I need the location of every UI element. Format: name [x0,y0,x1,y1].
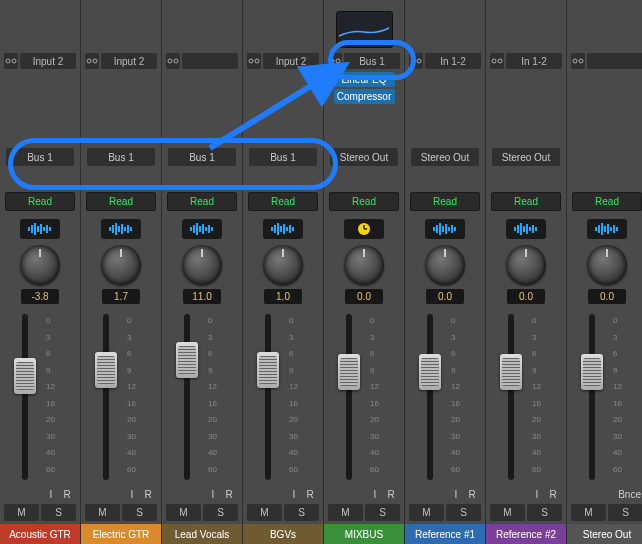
eq-thumbnail-slot[interactable] [407,2,483,50]
record-enable-button[interactable]: R [141,489,155,500]
mute-button[interactable]: M [490,504,525,521]
track-name-label[interactable]: Reference #2 [486,524,566,544]
solo-button[interactable]: S [122,504,157,521]
pan-value-display[interactable]: 0.0 [588,289,626,304]
input-monitor-button[interactable]: I [449,489,463,500]
pan-value-display[interactable]: 11.0 [183,289,221,304]
input-slot[interactable]: In 1-2 [506,53,562,69]
input-format-button[interactable] [247,53,261,69]
waveform-icon[interactable] [182,219,222,239]
pan-knob[interactable] [506,245,546,285]
waveform-icon[interactable] [506,219,546,239]
mute-button[interactable]: M [85,504,120,521]
automation-mode-button[interactable]: Read [329,192,399,211]
input-monitor-button[interactable]: I [368,489,382,500]
pan-knob[interactable] [263,245,303,285]
output-slot[interactable]: Stereo Out [492,148,560,166]
output-slot[interactable]: Stereo Out [330,148,398,166]
output-slot[interactable]: Bus 1 [6,148,74,166]
output-slot[interactable]: Bus 1 [168,148,236,166]
latency-icon[interactable] [344,219,384,239]
fader-track[interactable] [427,314,433,480]
eq-thumbnail-slot[interactable] [164,2,240,50]
fader-track[interactable] [265,314,271,480]
audio-insert-slot[interactable]: Linear EQ [334,72,395,87]
automation-mode-button[interactable]: Read [167,192,237,211]
fader-cap[interactable] [338,354,360,390]
output-slot[interactable]: Stereo Out [411,148,479,166]
automation-mode-button[interactable]: Read [491,192,561,211]
record-enable-button[interactable]: R [222,489,236,500]
fader-cap[interactable] [14,358,36,394]
pan-value-display[interactable]: 1.7 [102,289,140,304]
mute-button[interactable]: M [328,504,363,521]
automation-mode-button[interactable]: Read [248,192,318,211]
input-format-button[interactable] [166,53,180,69]
waveform-icon[interactable] [587,219,627,239]
pan-knob[interactable] [101,245,141,285]
eq-thumbnail-slot[interactable] [245,2,321,50]
input-slot[interactable]: Input 2 [263,53,319,69]
eq-thumbnail-slot[interactable] [488,2,564,50]
track-name-label[interactable]: Electric GTR [81,524,161,544]
solo-button[interactable]: S [284,504,319,521]
eq-thumbnail-slot[interactable] [83,2,159,50]
mute-button[interactable]: M [4,504,39,521]
output-slot[interactable]: Bus 1 [87,148,155,166]
pan-knob[interactable] [20,245,60,285]
solo-button[interactable]: S [41,504,76,521]
eq-curve-preview[interactable] [336,11,393,48]
solo-button[interactable]: S [446,504,481,521]
pan-knob[interactable] [425,245,465,285]
input-format-button[interactable] [85,53,99,69]
eq-thumbnail-slot[interactable] [326,2,402,50]
fader-cap[interactable] [500,354,522,390]
automation-mode-button[interactable]: Read [5,192,75,211]
pan-value-display[interactable]: 0.0 [507,289,545,304]
input-monitor-button[interactable]: I [44,489,58,500]
waveform-icon[interactable] [101,219,141,239]
automation-mode-button[interactable]: Read [410,192,480,211]
input-slot[interactable]: Bus 1 [344,53,400,69]
solo-button[interactable]: S [527,504,562,521]
record-enable-button[interactable]: R [60,489,74,500]
record-enable-button[interactable]: R [546,489,560,500]
fader-cap[interactable] [419,354,441,390]
fader-track[interactable] [22,314,28,480]
eq-thumbnail-slot[interactable] [569,2,642,50]
fader-track[interactable] [508,314,514,480]
waveform-icon[interactable] [20,219,60,239]
record-enable-button[interactable]: R [384,489,398,500]
track-name-label[interactable]: BGVs [243,524,323,544]
record-enable-button[interactable]: R [465,489,479,500]
input-slot[interactable]: In 1-2 [425,53,481,69]
pan-value-display[interactable]: 0.0 [426,289,464,304]
input-format-button[interactable] [328,53,342,69]
fader-track[interactable] [184,314,190,480]
track-name-label[interactable]: Reference #1 [405,524,485,544]
input-format-button[interactable] [4,53,18,69]
fader-cap[interactable] [95,352,117,388]
record-enable-button[interactable]: R [303,489,317,500]
input-monitor-button[interactable]: I [287,489,301,500]
fader-cap[interactable] [176,342,198,378]
input-slot[interactable]: Input 2 [20,53,76,69]
track-name-label[interactable]: Stereo Out [567,524,642,544]
output-slot[interactable]: Bus 1 [249,148,317,166]
track-name-label[interactable]: Acoustic GTR [0,524,80,544]
mute-button[interactable]: M [571,504,606,521]
pan-value-display[interactable]: 1.0 [264,289,302,304]
pan-knob[interactable] [344,245,384,285]
fader-cap[interactable] [581,354,603,390]
waveform-icon[interactable] [425,219,465,239]
pan-knob[interactable] [182,245,222,285]
input-monitor-button[interactable]: I [530,489,544,500]
pan-knob[interactable] [587,245,627,285]
input-format-button[interactable] [490,53,504,69]
waveform-icon[interactable] [263,219,303,239]
input-slot[interactable] [182,53,238,69]
input-format-button[interactable] [409,53,423,69]
audio-insert-slot[interactable]: Compressor [334,89,395,104]
solo-button[interactable]: S [203,504,238,521]
solo-button[interactable]: S [365,504,400,521]
